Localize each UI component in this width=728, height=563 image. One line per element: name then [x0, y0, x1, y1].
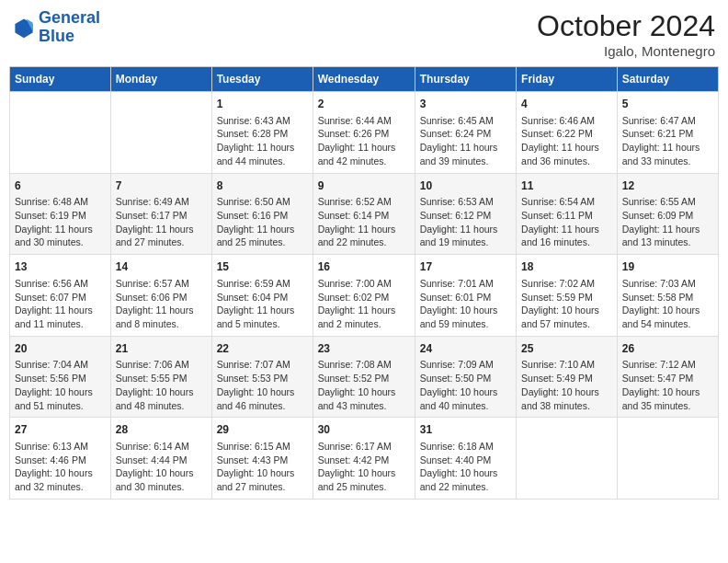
day-number: 17 — [420, 259, 511, 275]
calendar-week-row: 20Sunrise: 7:04 AM Sunset: 5:56 PM Dayli… — [10, 336, 719, 418]
cell-content: Sunrise: 6:53 AM Sunset: 6:12 PM Dayligh… — [420, 195, 511, 249]
day-number: 14 — [116, 259, 207, 275]
cell-content: Sunrise: 6:54 AM Sunset: 6:11 PM Dayligh… — [521, 195, 612, 249]
day-number: 18 — [521, 259, 612, 275]
day-number: 4 — [521, 97, 612, 112]
calendar-week-row: 1Sunrise: 6:43 AM Sunset: 6:28 PM Daylig… — [10, 92, 719, 174]
day-of-week-header: Thursday — [415, 67, 516, 92]
calendar-cell: 4Sunrise: 6:46 AM Sunset: 6:22 PM Daylig… — [517, 92, 618, 174]
cell-content: Sunrise: 6:46 AM Sunset: 6:22 PM Dayligh… — [521, 114, 612, 168]
cell-content: Sunrise: 6:59 AM Sunset: 6:04 PM Dayligh… — [217, 277, 308, 331]
day-of-week-header: Tuesday — [211, 67, 313, 92]
location: Igalo, Montenegro — [537, 43, 715, 59]
calendar-cell: 13Sunrise: 6:56 AM Sunset: 6:07 PM Dayli… — [10, 255, 111, 337]
month-title: October 2024 — [537, 9, 715, 43]
calendar-cell: 6Sunrise: 6:48 AM Sunset: 6:19 PM Daylig… — [10, 173, 111, 255]
calendar-cell: 3Sunrise: 6:45 AM Sunset: 6:24 PM Daylig… — [415, 92, 516, 174]
day-number: 13 — [15, 259, 106, 275]
calendar-cell — [517, 418, 618, 500]
calendar-cell: 18Sunrise: 7:02 AM Sunset: 5:59 PM Dayli… — [517, 255, 618, 337]
calendar-cell: 26Sunrise: 7:12 AM Sunset: 5:47 PM Dayli… — [617, 336, 718, 418]
calendar-cell: 2Sunrise: 6:44 AM Sunset: 6:26 PM Daylig… — [313, 92, 415, 174]
cell-content: Sunrise: 7:06 AM Sunset: 5:55 PM Dayligh… — [116, 358, 207, 412]
cell-content: Sunrise: 6:45 AM Sunset: 6:24 PM Dayligh… — [420, 114, 511, 168]
day-number: 30 — [318, 422, 410, 438]
calendar-cell: 21Sunrise: 7:06 AM Sunset: 5:55 PM Dayli… — [110, 336, 211, 418]
cell-content: Sunrise: 7:07 AM Sunset: 5:53 PM Dayligh… — [217, 358, 308, 412]
page-header: General Blue October 2024 Igalo, Montene… — [9, 9, 719, 59]
day-number: 2 — [318, 97, 410, 112]
day-number: 27 — [15, 422, 106, 438]
day-number: 5 — [622, 97, 713, 112]
day-of-week-header: Sunday — [10, 67, 111, 92]
day-number: 1 — [217, 97, 308, 112]
calendar-cell: 17Sunrise: 7:01 AM Sunset: 6:01 PM Dayli… — [415, 255, 516, 337]
day-number: 15 — [217, 259, 308, 275]
cell-content: Sunrise: 6:18 AM Sunset: 4:40 PM Dayligh… — [420, 440, 511, 494]
day-number: 29 — [217, 422, 308, 438]
cell-content: Sunrise: 6:15 AM Sunset: 4:43 PM Dayligh… — [217, 440, 308, 494]
day-number: 11 — [521, 178, 612, 194]
day-number: 24 — [420, 341, 511, 357]
calendar-cell: 23Sunrise: 7:08 AM Sunset: 5:52 PM Dayli… — [313, 336, 415, 418]
day-number: 16 — [318, 259, 410, 275]
cell-content: Sunrise: 6:44 AM Sunset: 6:26 PM Dayligh… — [318, 114, 410, 168]
day-number: 20 — [15, 341, 106, 357]
cell-content: Sunrise: 6:52 AM Sunset: 6:14 PM Dayligh… — [318, 195, 410, 249]
cell-content: Sunrise: 6:47 AM Sunset: 6:21 PM Dayligh… — [622, 114, 713, 168]
cell-content: Sunrise: 6:55 AM Sunset: 6:09 PM Dayligh… — [622, 195, 713, 249]
day-number: 12 — [622, 178, 713, 194]
calendar-cell: 12Sunrise: 6:55 AM Sunset: 6:09 PM Dayli… — [617, 173, 718, 255]
day-number: 26 — [622, 341, 713, 357]
calendar-cell: 22Sunrise: 7:07 AM Sunset: 5:53 PM Dayli… — [211, 336, 313, 418]
calendar-cell: 5Sunrise: 6:47 AM Sunset: 6:21 PM Daylig… — [617, 92, 718, 174]
cell-content: Sunrise: 7:09 AM Sunset: 5:50 PM Dayligh… — [420, 358, 511, 412]
cell-content: Sunrise: 6:49 AM Sunset: 6:17 PM Dayligh… — [116, 195, 207, 249]
day-number: 28 — [116, 422, 207, 438]
day-number: 19 — [622, 259, 713, 275]
logo-text: General Blue — [39, 9, 100, 46]
calendar-cell: 10Sunrise: 6:53 AM Sunset: 6:12 PM Dayli… — [415, 173, 516, 255]
day-number: 7 — [116, 178, 207, 194]
cell-content: Sunrise: 7:04 AM Sunset: 5:56 PM Dayligh… — [15, 358, 106, 412]
day-number: 9 — [318, 178, 410, 194]
calendar-cell: 19Sunrise: 7:03 AM Sunset: 5:58 PM Dayli… — [617, 255, 718, 337]
day-of-week-header: Monday — [110, 67, 211, 92]
day-of-week-header: Saturday — [617, 67, 718, 92]
logo: General Blue — [13, 9, 100, 46]
day-number: 8 — [217, 178, 308, 194]
calendar-cell: 27Sunrise: 6:13 AM Sunset: 4:46 PM Dayli… — [10, 418, 111, 500]
cell-content: Sunrise: 6:48 AM Sunset: 6:19 PM Dayligh… — [15, 195, 106, 249]
cell-content: Sunrise: 7:12 AM Sunset: 5:47 PM Dayligh… — [622, 358, 713, 412]
cell-content: Sunrise: 6:14 AM Sunset: 4:44 PM Dayligh… — [116, 440, 207, 494]
calendar-cell: 14Sunrise: 6:57 AM Sunset: 6:06 PM Dayli… — [110, 255, 211, 337]
cell-content: Sunrise: 6:13 AM Sunset: 4:46 PM Dayligh… — [15, 440, 106, 494]
calendar-week-row: 6Sunrise: 6:48 AM Sunset: 6:19 PM Daylig… — [10, 173, 719, 255]
calendar-cell: 24Sunrise: 7:09 AM Sunset: 5:50 PM Dayli… — [415, 336, 516, 418]
day-number: 3 — [420, 97, 511, 112]
cell-content: Sunrise: 7:10 AM Sunset: 5:49 PM Dayligh… — [521, 358, 612, 412]
calendar-cell: 7Sunrise: 6:49 AM Sunset: 6:17 PM Daylig… — [110, 173, 211, 255]
cell-content: Sunrise: 7:02 AM Sunset: 5:59 PM Dayligh… — [521, 277, 612, 331]
calendar-cell: 30Sunrise: 6:17 AM Sunset: 4:42 PM Dayli… — [313, 418, 415, 500]
calendar-cell: 31Sunrise: 6:18 AM Sunset: 4:40 PM Dayli… — [415, 418, 516, 500]
title-block: October 2024 Igalo, Montenegro — [537, 9, 715, 59]
calendar-cell: 20Sunrise: 7:04 AM Sunset: 5:56 PM Dayli… — [10, 336, 111, 418]
calendar-cell: 1Sunrise: 6:43 AM Sunset: 6:28 PM Daylig… — [211, 92, 313, 174]
day-number: 21 — [116, 341, 207, 357]
cell-content: Sunrise: 7:01 AM Sunset: 6:01 PM Dayligh… — [420, 277, 511, 331]
day-number: 23 — [318, 341, 410, 357]
calendar-cell: 8Sunrise: 6:50 AM Sunset: 6:16 PM Daylig… — [211, 173, 313, 255]
calendar-header-row: SundayMondayTuesdayWednesdayThursdayFrid… — [10, 67, 719, 92]
day-of-week-header: Friday — [517, 67, 618, 92]
cell-content: Sunrise: 6:50 AM Sunset: 6:16 PM Dayligh… — [217, 195, 308, 249]
day-number: 22 — [217, 341, 308, 357]
calendar-cell: 16Sunrise: 7:00 AM Sunset: 6:02 PM Dayli… — [313, 255, 415, 337]
cell-content: Sunrise: 6:56 AM Sunset: 6:07 PM Dayligh… — [15, 277, 106, 331]
day-number: 25 — [521, 341, 612, 357]
calendar-cell: 28Sunrise: 6:14 AM Sunset: 4:44 PM Dayli… — [110, 418, 211, 500]
calendar-cell: 29Sunrise: 6:15 AM Sunset: 4:43 PM Dayli… — [211, 418, 313, 500]
logo-icon — [13, 17, 35, 39]
calendar-cell: 11Sunrise: 6:54 AM Sunset: 6:11 PM Dayli… — [517, 173, 618, 255]
calendar-week-row: 27Sunrise: 6:13 AM Sunset: 4:46 PM Dayli… — [10, 418, 719, 500]
